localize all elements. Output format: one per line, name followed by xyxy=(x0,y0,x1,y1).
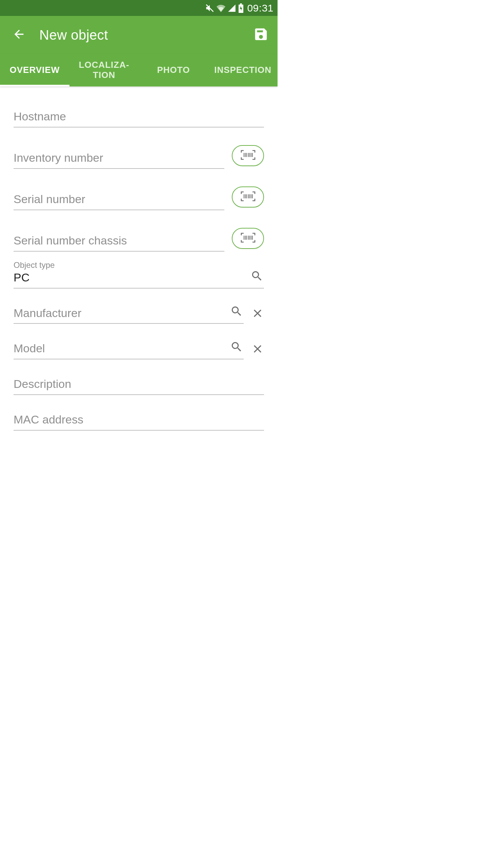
manufacturer-search-button[interactable] xyxy=(230,305,243,319)
inventory-number-placeholder: Inventory number xyxy=(14,151,224,165)
mute-icon xyxy=(205,3,215,13)
serial-number-placeholder: Serial number xyxy=(14,192,224,206)
tab-indicator xyxy=(0,85,69,86)
model-field[interactable]: Model xyxy=(14,341,244,359)
wifi-icon xyxy=(217,4,225,13)
hostname-placeholder: Hostname xyxy=(14,110,264,123)
status-bar: 09:31 xyxy=(0,0,278,16)
serial-chassis-field[interactable]: Serial number chassis xyxy=(14,234,224,252)
form-overview: Hostname Inventory number Serial number xyxy=(0,86,278,431)
tab-label: LOCALIZA- TION xyxy=(79,60,129,80)
object-type-field[interactable]: Object type PC xyxy=(14,260,264,289)
scan-serial-chassis-button[interactable] xyxy=(232,228,264,249)
manufacturer-clear-button[interactable] xyxy=(251,307,264,321)
description-field[interactable]: Description xyxy=(14,377,264,395)
scan-serial-button[interactable] xyxy=(232,186,264,208)
serial-chassis-placeholder: Serial number chassis xyxy=(14,234,224,248)
barcode-icon xyxy=(241,233,256,244)
inventory-number-field[interactable]: Inventory number xyxy=(14,151,224,169)
tab-inspection[interactable]: INSPECTION xyxy=(208,54,278,86)
save-button[interactable] xyxy=(253,26,269,43)
close-icon xyxy=(251,342,264,355)
tab-overview[interactable]: OVERVIEW xyxy=(0,54,69,86)
app-bar: New object xyxy=(0,16,278,54)
manufacturer-field[interactable]: Manufacturer xyxy=(14,306,244,324)
model-placeholder: Model xyxy=(14,341,244,355)
search-icon xyxy=(250,270,263,282)
tab-label: INSPECTION xyxy=(214,65,271,75)
barcode-icon xyxy=(241,191,256,203)
manufacturer-placeholder: Manufacturer xyxy=(14,306,244,320)
model-clear-button[interactable] xyxy=(251,342,264,357)
object-type-label: Object type xyxy=(14,260,264,270)
svg-rect-2 xyxy=(240,3,242,5)
signal-icon xyxy=(227,4,236,13)
object-type-value: PC xyxy=(14,271,264,284)
model-search-button[interactable] xyxy=(230,340,243,355)
battery-charging-icon xyxy=(238,3,244,13)
mac-address-field[interactable]: MAC address xyxy=(14,413,264,431)
description-placeholder: Description xyxy=(14,377,264,391)
back-button[interactable] xyxy=(12,27,26,42)
tab-localization[interactable]: LOCALIZA- TION xyxy=(69,54,139,86)
search-icon xyxy=(230,305,243,318)
close-icon xyxy=(251,307,264,320)
search-icon xyxy=(230,340,243,353)
tab-label: OVERVIEW xyxy=(10,65,60,75)
serial-number-field[interactable]: Serial number xyxy=(14,192,224,210)
tab-photo[interactable]: PHOTO xyxy=(139,54,208,86)
tabs: OVERVIEW LOCALIZA- TION PHOTO INSPECTION xyxy=(0,54,278,86)
status-time: 09:31 xyxy=(247,2,273,14)
mac-address-placeholder: MAC address xyxy=(14,413,264,427)
scan-inventory-button[interactable] xyxy=(232,145,264,166)
hostname-field[interactable]: Hostname xyxy=(14,110,264,127)
barcode-icon xyxy=(241,150,256,161)
page-title: New object xyxy=(39,27,253,43)
tab-label: PHOTO xyxy=(157,65,190,75)
object-type-search-button[interactable] xyxy=(250,270,263,284)
